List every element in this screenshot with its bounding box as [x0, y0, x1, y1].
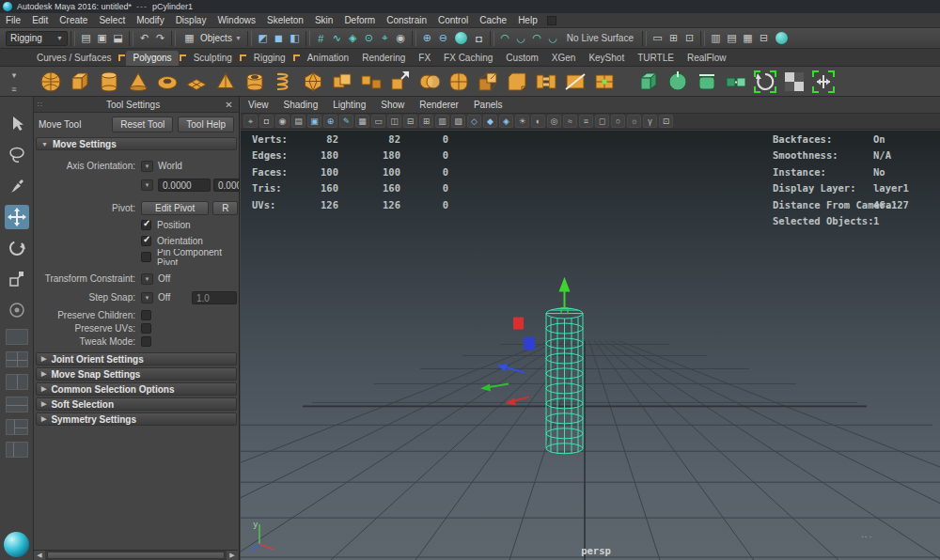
viewport-canvas[interactable]: Verts:82820 Edges:1801800 Faces:1001000 …	[241, 131, 940, 560]
attribute-editor-icon[interactable]: ▦	[740, 30, 756, 46]
save-scene-icon[interactable]: ⬓	[110, 30, 126, 46]
selection-mode-dropdown[interactable]: ▦ Objects ▼	[179, 30, 244, 46]
shelf-poly-prism-button[interactable]	[212, 69, 238, 94]
shelf-poly-torus-button[interactable]	[154, 69, 180, 94]
xray-icon[interactable]: ◻	[595, 115, 609, 128]
motion-blur-icon[interactable]: ≈	[563, 115, 577, 128]
isolate-select-icon[interactable]: ⊡	[659, 115, 673, 128]
curve-snap-icon[interactable]: ◡	[513, 30, 529, 46]
open-scene-icon[interactable]: ▣	[94, 30, 110, 46]
last-tool-button[interactable]	[5, 298, 29, 322]
snap-to-view-plane-icon[interactable]: ⌖	[377, 30, 393, 46]
snap-to-projected-center-icon[interactable]: ⊙	[361, 30, 377, 46]
shelf-boolean-button[interactable]	[416, 69, 442, 94]
shelf-sculpt-button[interactable]	[694, 69, 719, 94]
tweak-mode-checkbox[interactable]	[141, 336, 151, 347]
reset-tool-button[interactable]: Reset Tool	[112, 117, 173, 132]
menu-display[interactable]: Display	[170, 15, 212, 25]
offset-x-field[interactable]: 0.0000	[158, 179, 211, 192]
shelf-tab-sculpting[interactable]: Sculpting	[187, 51, 239, 66]
field-chart-icon[interactable]: ⊞	[419, 115, 433, 128]
shelf-quad-draw-button[interactable]	[591, 69, 617, 94]
layout-two-pane-side-button[interactable]	[6, 374, 28, 390]
snap-to-grid-icon[interactable]: #	[313, 30, 329, 46]
shaded-mode-icon[interactable]: ◆	[483, 115, 497, 128]
toolbar-grip[interactable]	[700, 31, 705, 46]
shelf-tab-keyshot[interactable]: KeyShot	[582, 51, 631, 66]
viewport-menu-lighting[interactable]: Lighting	[325, 100, 373, 110]
layout-outliner-persp-button[interactable]	[6, 442, 28, 458]
lock-selection-icon[interactable]: ◘	[471, 30, 487, 46]
make-live-icon[interactable]: ◉	[393, 30, 409, 46]
edit-pivot-button[interactable]: Edit Pivot	[141, 201, 209, 215]
shelf-tab-realflow[interactable]: RealFlow	[681, 51, 733, 66]
toolbar-grip[interactable]	[412, 31, 416, 46]
snap-to-curve-icon[interactable]: ∿	[329, 30, 345, 46]
pcylinder1-wireframe[interactable]	[546, 308, 583, 454]
orientation-checkbox[interactable]	[141, 236, 151, 246]
axis-orientation-value[interactable]: World	[158, 161, 182, 171]
shelf-menu-icon[interactable]: ≡	[8, 83, 21, 95]
quick-help-icon[interactable]	[455, 32, 467, 44]
viewport-menu-show[interactable]: Show	[373, 100, 412, 110]
menu-skeleton[interactable]: Skeleton	[261, 15, 309, 25]
workspace-highlight-icon[interactable]	[776, 32, 788, 44]
menu-cache[interactable]: Cache	[474, 15, 512, 25]
gate-mask-icon[interactable]: ⊟	[403, 115, 417, 128]
menu-modify[interactable]: Modify	[131, 15, 169, 25]
image-plane-icon[interactable]: ▣	[307, 115, 321, 128]
use-all-lights-icon[interactable]: ☀	[515, 115, 529, 128]
grid-toggle-icon[interactable]: ▦	[355, 115, 369, 128]
render-view-icon[interactable]: ▭	[650, 30, 666, 46]
shelf-mirror-button[interactable]	[635, 69, 661, 94]
shelf-tab-rendering[interactable]: Rendering	[355, 51, 412, 66]
viewport-menu-panels[interactable]: Panels	[466, 100, 510, 110]
shelf-poly-sphere-button[interactable]	[38, 69, 63, 94]
shelf-tab-list-icon[interactable]: ▾	[8, 69, 21, 81]
step-snap-value[interactable]: Off	[158, 292, 192, 303]
shelf-tab-turtle[interactable]: TURTLE	[631, 51, 681, 66]
surface-snap-icon[interactable]: ◠	[529, 30, 545, 46]
grease-pencil-icon[interactable]: ✎	[339, 115, 353, 128]
toolbar-grip[interactable]	[247, 31, 252, 46]
position-checkbox[interactable]	[141, 220, 151, 230]
2d-pan-zoom-icon[interactable]: ⊕	[323, 115, 337, 128]
layout-three-pane-button[interactable]	[6, 419, 28, 435]
select-by-component-icon[interactable]: ◧	[287, 30, 303, 46]
menu-windows[interactable]: Windows	[212, 15, 261, 25]
scroll-left-icon[interactable]: ◀	[34, 551, 45, 560]
move-tool-button[interactable]	[5, 205, 29, 229]
menu-select[interactable]: Select	[93, 15, 131, 25]
screen-space-ao-icon[interactable]: ◎	[547, 115, 561, 128]
shelf-texture-checker-button[interactable]	[781, 69, 807, 94]
viewport-menu-shading[interactable]: Shading	[276, 100, 326, 110]
close-icon[interactable]: ✕	[223, 100, 235, 110]
select-by-hierarchy-icon[interactable]: ◩	[255, 30, 271, 46]
resolution-gate-icon[interactable]: ◫	[387, 115, 401, 128]
gamma-icon[interactable]: γ	[643, 115, 657, 128]
section-symmetry-settings[interactable]: ▶ Symmetry Settings	[36, 412, 237, 426]
layout-two-pane-stacked-button[interactable]	[6, 397, 28, 412]
section-soft-selection[interactable]: ▶ Soft Selection	[36, 397, 237, 411]
lock-camera-icon[interactable]: ◘	[259, 115, 274, 128]
section-move-snap-settings[interactable]: ▶ Move Snap Settings	[36, 367, 237, 381]
shelf-extrude-button[interactable]	[475, 69, 500, 94]
shelf-separate-button[interactable]	[358, 69, 384, 94]
shelf-smooth-button[interactable]	[446, 69, 471, 94]
shelf-poly-helix-button[interactable]	[271, 69, 296, 94]
toolbar-grip[interactable]	[129, 31, 133, 46]
preserve-uvs-checkbox[interactable]	[141, 323, 151, 334]
rotate-tool-button[interactable]	[5, 236, 29, 260]
display-layer-editor-icon[interactable]: ▥	[708, 30, 724, 46]
tool-help-button[interactable]: Tool Help	[178, 117, 234, 132]
menu-create[interactable]: Create	[54, 15, 93, 25]
channel-box-icon[interactable]: ▤	[724, 30, 740, 46]
wireframe-mode-icon[interactable]: ◇	[467, 115, 481, 128]
camera-attributes-icon[interactable]: ◉	[275, 115, 290, 128]
section-joint-orient-settings[interactable]: ▶ Joint Orient Settings	[36, 352, 237, 366]
menu-control[interactable]: Control	[432, 15, 474, 25]
red-handle[interactable]	[513, 318, 524, 330]
undo-icon[interactable]: ↶	[136, 30, 152, 46]
tool-settings-hscrollbar[interactable]: ◀ ▶	[34, 550, 238, 560]
select-camera-icon[interactable]: ⌖	[243, 115, 258, 128]
